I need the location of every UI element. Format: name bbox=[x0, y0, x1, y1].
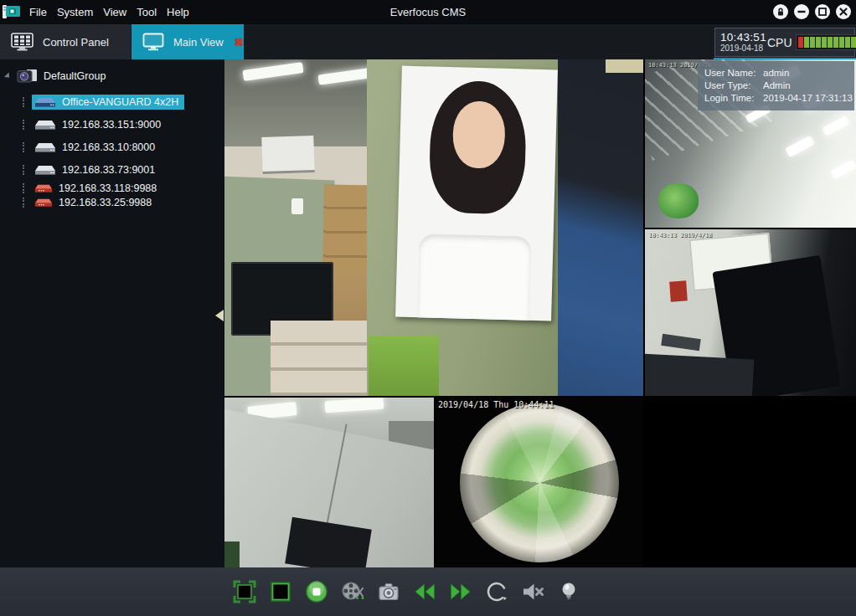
cpu-segment bbox=[845, 37, 850, 48]
cpu-segment bbox=[804, 37, 809, 48]
tree-device-label: 192.168.33.25:9988 bbox=[59, 197, 152, 208]
video-grid: 10:43:13 2019/4/18 10:43:13 2019/4/18 bbox=[224, 59, 856, 567]
tab-main-view[interactable]: Main View ✖ bbox=[131, 24, 244, 59]
cpu-segment bbox=[816, 37, 821, 48]
camera-tile-fisheye[interactable]: 2019/04/18 Thu 10:44:11 bbox=[436, 398, 643, 567]
cpu-segment bbox=[851, 37, 856, 48]
menu-help[interactable]: Help bbox=[167, 6, 189, 18]
lock-button[interactable] bbox=[773, 4, 788, 19]
cpu-segment bbox=[798, 37, 803, 48]
cpu-segment bbox=[833, 37, 838, 48]
mute-speaker-icon bbox=[521, 580, 544, 603]
dvr-gray-icon bbox=[34, 119, 56, 131]
lock-icon bbox=[773, 4, 788, 19]
snapshot-button[interactable] bbox=[377, 580, 400, 603]
camera-tile-main[interactable] bbox=[224, 59, 643, 396]
tree-device-row[interactable]: 192.168.33.25:9988 bbox=[23, 195, 224, 209]
cpu-meter bbox=[796, 34, 856, 50]
tree-branch-dots-icon bbox=[23, 97, 24, 107]
close-button[interactable] bbox=[836, 4, 851, 19]
tree-device-offline[interactable]: 192.168.33.25:9988 bbox=[32, 195, 157, 210]
menu-view[interactable]: View bbox=[103, 6, 126, 18]
main-content: DefaultGroup Office-VANGUARD 4x2H bbox=[0, 59, 856, 567]
tree-device[interactable]: 192.168.33.73:9001 bbox=[32, 162, 161, 177]
tree-group-row[interactable]: DefaultGroup bbox=[6, 65, 224, 87]
scene-mug bbox=[291, 198, 303, 214]
single-view-button[interactable] bbox=[269, 580, 292, 603]
menu-file[interactable]: File bbox=[29, 6, 47, 18]
video-clip-button[interactable] bbox=[341, 580, 364, 603]
tree-branch-dots-icon bbox=[23, 142, 24, 152]
camera-tile-mid-right[interactable]: 10:43:13 2019/4/18 bbox=[645, 229, 856, 396]
camera-tile-empty[interactable] bbox=[645, 398, 856, 567]
light-button[interactable] bbox=[557, 580, 580, 603]
refresh-button[interactable] bbox=[485, 580, 508, 603]
app-logo-icon bbox=[2, 3, 22, 22]
tree-branch-dots-icon bbox=[23, 183, 24, 193]
expander-caret-icon[interactable] bbox=[4, 72, 12, 80]
sidebar-collapse-arrow-icon[interactable] bbox=[215, 310, 224, 321]
tree-device-selected[interactable]: Office-VANGUARD 4x2H bbox=[32, 95, 184, 110]
tree-device[interactable]: 192.168.33.151:9000 bbox=[32, 117, 167, 132]
user-info-row: Login Time: 2019-04-17 17:31:13 bbox=[704, 93, 848, 103]
tree-device-row[interactable]: 192.168.33.118:9988 bbox=[23, 181, 224, 195]
tree-group-label: DefaultGroup bbox=[44, 70, 106, 82]
camera-timestamp: 10:43:13 2019/4/18 bbox=[648, 232, 712, 239]
user-info-row: User Type: Admin bbox=[704, 80, 848, 90]
minimize-button[interactable] bbox=[794, 4, 809, 19]
stop-button[interactable] bbox=[305, 580, 328, 603]
scene-green-floor bbox=[369, 336, 439, 396]
menu-tool[interactable]: Tool bbox=[137, 6, 157, 18]
camera-tile-bottom-left[interactable] bbox=[224, 398, 434, 567]
scene-hanging-jacket bbox=[558, 59, 643, 396]
app-window: File System View Tool Help Everfocus CMS bbox=[0, 0, 856, 616]
user-info-overlay: User Name: admin User Type: Admin Login … bbox=[698, 61, 854, 110]
scene-ceiling-light bbox=[830, 160, 856, 180]
scene-ceiling-light bbox=[785, 136, 815, 158]
tree-device-label: Office-VANGUARD 4x2H bbox=[62, 96, 178, 108]
tree-device-row[interactable]: 192.168.33.73:9001 bbox=[23, 158, 224, 181]
maximize-button[interactable] bbox=[815, 4, 830, 19]
user-name-value: admin bbox=[763, 68, 789, 78]
menubar: File System View Tool Help bbox=[29, 6, 189, 18]
tab-control-panel[interactable]: Control Panel bbox=[0, 24, 131, 59]
user-type-label: User Type: bbox=[704, 80, 763, 90]
cpu-segment bbox=[839, 37, 844, 48]
scene-dark-green-edge bbox=[224, 542, 240, 567]
fast-forward-button[interactable] bbox=[449, 580, 472, 603]
tree-device-row[interactable]: 192.168.33.10:8000 bbox=[23, 136, 224, 158]
tree-device-label: 192.168.33.118:9988 bbox=[59, 182, 157, 194]
tree-device-offline[interactable]: 192.168.33.118:9988 bbox=[32, 181, 162, 196]
playback-toolbar bbox=[0, 567, 856, 616]
dvr-blue-icon bbox=[34, 96, 56, 108]
device-tree-panel: DefaultGroup Office-VANGUARD 4x2H bbox=[0, 59, 224, 567]
toolbar-buttons bbox=[233, 580, 580, 603]
tree-device[interactable]: 192.168.33.10:8000 bbox=[32, 140, 161, 155]
scene-drawer-cabinet bbox=[271, 321, 381, 396]
menu-system[interactable]: System bbox=[57, 6, 93, 18]
rewind-icon bbox=[413, 580, 436, 603]
scene-desk bbox=[645, 354, 754, 396]
mute-button[interactable] bbox=[521, 580, 544, 603]
light-bulb-icon bbox=[557, 580, 580, 603]
tree-device-row[interactable]: Office-VANGUARD 4x2H bbox=[23, 90, 224, 113]
fullscreen-button[interactable] bbox=[233, 580, 256, 603]
clock-date: 2019-04-18 bbox=[720, 44, 766, 53]
titlebar: File System View Tool Help Everfocus CMS bbox=[0, 0, 856, 24]
camera-timestamp: 2019/04/18 Thu 10:44:11 bbox=[438, 400, 554, 409]
cpu-label: CPU bbox=[767, 36, 792, 49]
dvr-gray-icon bbox=[34, 141, 56, 153]
scene-keyboard bbox=[661, 334, 701, 351]
scene-box bbox=[261, 136, 314, 174]
rewind-button[interactable] bbox=[413, 580, 436, 603]
tab-close-icon[interactable]: ✖ bbox=[235, 36, 244, 49]
refresh-icon bbox=[485, 580, 508, 603]
stop-icon bbox=[305, 580, 328, 603]
tree-device-label: 192.168.33.151:9000 bbox=[62, 119, 161, 131]
snapshot-camera-icon bbox=[377, 580, 400, 603]
user-type-value: Admin bbox=[763, 80, 791, 90]
cpu-segment bbox=[822, 37, 827, 48]
scene-plant bbox=[658, 183, 699, 218]
tree-device-row[interactable]: 192.168.33.151:9000 bbox=[23, 113, 224, 136]
single-view-icon bbox=[269, 580, 292, 603]
